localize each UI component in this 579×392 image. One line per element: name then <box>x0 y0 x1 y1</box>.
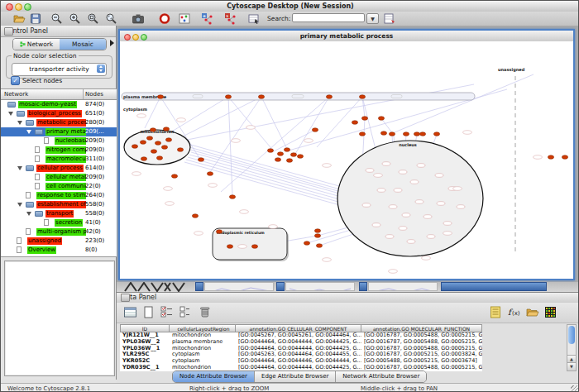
float-panel-icon[interactable] <box>121 294 130 302</box>
new-network-selected-nodes-all-edges-icon[interactable]: a <box>201 12 214 25</box>
attribute-browser-icon[interactable] <box>247 12 261 25</box>
table-column-header[interactable]: annotation.GO CELLULAR_COMPONENT <box>236 324 361 332</box>
tree-row[interactable]: establishment of lo558(0) <box>1 200 117 209</box>
delete-attribute-icon[interactable] <box>198 305 212 319</box>
zoom-in-icon[interactable] <box>69 12 82 25</box>
node-color-dropdown[interactable]: transporter activity <box>12 63 107 76</box>
table-cell: YKR052C <box>120 358 170 365</box>
network-tree-header[interactable]: Network Nodes <box>1 89 117 100</box>
tab-node-attribute-browser[interactable]: Node Attribute Browser <box>173 371 255 382</box>
tree-row[interactable]: nitrogen compo209(0) <box>1 146 117 155</box>
tree-row[interactable]: cellular process614(0) <box>1 164 117 173</box>
tree-row[interactable]: primary metabo209(... <box>1 127 117 136</box>
table-row[interactable]: YPL036W__2plasma membrane[GO:0044464, GO… <box>120 339 482 346</box>
minimized-window-icon[interactable] <box>195 282 203 291</box>
tab-edge-attribute-browser[interactable]: Edge Attribute Browser <box>255 371 336 382</box>
tree-row[interactable]: nucleobase-209(0) <box>1 136 117 146</box>
table-column-header[interactable]: annotation.GO MOLECULAR_FUNCTION <box>361 324 482 332</box>
tree-col-nodes[interactable]: Nodes <box>85 91 103 98</box>
help-icon[interactable] <box>158 12 171 25</box>
search-input[interactable] <box>292 13 365 22</box>
network-canvas[interactable]: unassigned <box>120 41 573 279</box>
zoom-fit-icon[interactable] <box>105 12 118 25</box>
disclosure-triangle-icon[interactable] <box>17 166 22 170</box>
network-view-window[interactable]: primary metabolic process unassigned <box>118 29 575 280</box>
zoom-selected-region-icon[interactable] <box>87 12 100 25</box>
minimized-window-thumbnail[interactable] <box>285 282 355 291</box>
heatmap-icon[interactable] <box>543 305 557 319</box>
table-row[interactable]: YJR121W__1mitochondrion[GO:0045267, GO:0… <box>120 332 482 339</box>
unselect-all-attributes-icon[interactable] <box>178 305 192 319</box>
window-reflection-glyphs <box>123 282 189 292</box>
minimized-window-icon[interactable] <box>359 282 367 291</box>
disclosure-triangle-icon[interactable] <box>17 203 22 207</box>
status-bar: Welcome to Cytoscape 2.8.1 Right-click +… <box>1 383 579 392</box>
table-scrollbar[interactable]: ▲ ▼ <box>567 324 577 371</box>
import-attributes-icon[interactable] <box>383 12 396 25</box>
table-column-header[interactable]: ID <box>120 324 170 332</box>
tree-row[interactable]: cellular metabo209(0) <box>1 173 117 182</box>
tree-row[interactable]: response to stimul264(0) <box>1 191 117 200</box>
tree-row-count: 558(0) <box>85 210 104 218</box>
table-column-header[interactable]: _cellularLayoutRegion <box>170 324 236 332</box>
vizmapper-icon[interactable] <box>178 12 191 25</box>
float-panel-icon[interactable] <box>4 27 13 36</box>
table-row[interactable]: YPL036W__1mitochondrion[GO:0044464, GO:0… <box>120 346 482 352</box>
tree-col-network[interactable]: Network <box>4 91 28 98</box>
file-icon <box>26 228 31 235</box>
save-icon[interactable] <box>29 12 42 25</box>
import-attribute-file-icon[interactable] <box>525 305 539 319</box>
table-row[interactable]: YKR052Ccytoplasm[GO:0044464, GO:0044446,… <box>120 358 482 365</box>
tab-network[interactable]: Network <box>13 39 60 50</box>
minimized-window-thumbnail[interactable] <box>368 282 438 291</box>
scrollbar-thumb[interactable] <box>568 326 575 344</box>
minimized-window-bar[interactable] <box>441 282 547 291</box>
tree-row[interactable]: secretion41(0) <box>1 218 117 227</box>
select-nodes-label: Select nodes <box>22 77 62 84</box>
window-titlebar[interactable]: Cytoscape Desktop (New Session) <box>1 1 579 12</box>
new-network-selected-nodes-selected-edges-icon[interactable]: s <box>224 12 237 25</box>
attribute-table: ID_cellularLayoutRegionannotation.GO CEL… <box>120 324 482 371</box>
tree-row-count: 41(0) <box>85 219 101 227</box>
birds-eye-view[interactable] <box>4 261 115 376</box>
attribute-editor-icon[interactable] <box>489 305 503 319</box>
tree-row[interactable]: mosaic-demo-yeast874(0) <box>1 100 117 109</box>
disclosure-triangle-icon[interactable] <box>26 212 31 216</box>
minimized-window-icon[interactable] <box>276 282 285 291</box>
tree-row[interactable]: macromolecule311(0) <box>1 155 117 164</box>
disclosure-triangle-icon[interactable] <box>26 130 31 134</box>
tab-mosaic[interactable]: Mosaic <box>60 39 106 50</box>
zoom-out-icon[interactable] <box>50 12 64 25</box>
tree-row[interactable]: biological_process651(0) <box>1 109 117 118</box>
dropdown-stepper-icon[interactable] <box>97 65 105 73</box>
formula-builder-icon[interactable]: f(x) <box>507 305 521 319</box>
network-view-titlebar[interactable]: primary metabolic process <box>120 31 573 42</box>
open-icon[interactable] <box>12 12 26 25</box>
disclosure-triangle-icon[interactable] <box>17 121 22 125</box>
tab-network-attribute-browser[interactable]: Network Attribute Browser <box>336 371 426 382</box>
select-all-attributes-icon[interactable] <box>160 305 174 319</box>
minimized-window-thumbnail[interactable] <box>204 282 274 291</box>
table-row[interactable]: YLR295Ccytoplasm[GO:0045263, GO:0044464,… <box>120 351 482 358</box>
tree-row[interactable]: metabolic process280(0) <box>1 118 117 127</box>
search-dropdown-button[interactable]: ▼ <box>366 13 379 24</box>
scroll-down-button[interactable]: ▼ <box>567 362 576 370</box>
tree-row-count: 614(0) <box>85 165 104 172</box>
more-tabs-arrow-icon[interactable] <box>110 40 114 46</box>
snapshot-icon[interactable] <box>132 12 145 25</box>
select-nodes-checkbox[interactable]: ✓ <box>11 76 20 85</box>
disclosure-triangle-icon[interactable] <box>8 112 13 116</box>
tree-row-label: nitrogen compo <box>45 146 86 154</box>
attribute-select-icon[interactable] <box>123 305 137 319</box>
tree-row[interactable]: transport558(0) <box>1 209 117 218</box>
tree-row[interactable]: cell communicat22(0) <box>1 182 117 191</box>
tree-row[interactable]: Overview8(0) <box>1 246 117 255</box>
tree-row[interactable]: multi-organism pro42(0) <box>1 227 117 237</box>
attribute-table-header[interactable]: ID_cellularLayoutRegionannotation.GO CEL… <box>120 324 482 332</box>
create-attribute-icon[interactable] <box>141 305 156 319</box>
tree-row[interactable]: unassigned223(0) <box>1 237 117 246</box>
network-view-title: primary metabolic process <box>120 32 573 40</box>
resize-grip[interactable] <box>571 385 579 392</box>
table-cell: [GO:0016787, GO:0005488, GO:0005215, G..… <box>361 339 482 346</box>
folder-icon <box>17 111 25 117</box>
